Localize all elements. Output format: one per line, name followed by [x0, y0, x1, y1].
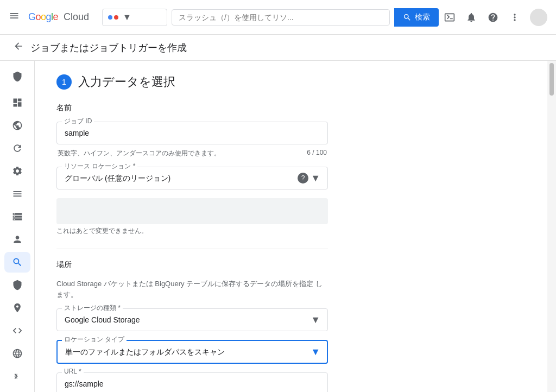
- sidebar-item-security[interactable]: [4, 275, 30, 295]
- user-avatar[interactable]: [530, 9, 547, 26]
- sidebar-item-storage[interactable]: [4, 206, 30, 227]
- job-id-hint-left: 英数字、ハイフン、アンダースコアのみ使用できます。: [58, 149, 220, 158]
- more-options-icon[interactable]: [508, 11, 521, 24]
- org-hint: これはあとで変更できません。: [56, 226, 328, 236]
- sidebar-item-code[interactable]: [4, 320, 30, 341]
- step-badge: 1: [56, 74, 72, 90]
- menu-icon[interactable]: [9, 10, 20, 24]
- storage-type-wrapper: ストレージの種類 * Google Cloud Storage BigQuery…: [56, 308, 328, 331]
- sidebar-item-explore[interactable]: [4, 115, 30, 136]
- search-button-label: 検索: [415, 12, 430, 22]
- job-id-hint: 英数字、ハイフン、アンダースコアのみ使用できます。 6 / 100: [56, 149, 328, 158]
- terminal-icon[interactable]: [443, 11, 456, 24]
- job-id-char-count: 6 / 100: [307, 149, 327, 158]
- url-field: URL *: [56, 372, 328, 392]
- job-id-input[interactable]: [56, 122, 328, 144]
- help-icon[interactable]: [486, 11, 500, 24]
- sidebar-collapse-button[interactable]: [4, 366, 30, 387]
- subheader: ジョブまたはジョブトリガーを作成: [0, 35, 556, 61]
- section-divider: [56, 249, 328, 249]
- org-input-blurred: [56, 198, 328, 224]
- job-id-label: ジョブ ID: [62, 117, 94, 126]
- url-input[interactable]: [56, 372, 328, 392]
- sidebar-item-dashboard[interactable]: [4, 92, 30, 113]
- back-button[interactable]: [13, 41, 24, 54]
- main-content: 1 入力データを選択 名前 ジョブ ID 英数字、ハイフン、アンダースコアのみ使…: [35, 61, 547, 392]
- topbar: Google Cloud ▼ 検索: [0, 0, 556, 35]
- sidebar-item-settings[interactable]: [4, 161, 30, 181]
- search-button[interactable]: 検索: [394, 8, 439, 27]
- sidebar-item-shield-top[interactable]: [4, 66, 30, 87]
- location-desc: Cloud Storage バケットまたは BigQuery テーブルに保存する…: [56, 279, 328, 300]
- storage-type-label: ストレージの種類 *: [62, 304, 123, 313]
- google-cloud-logo: Google Cloud: [28, 11, 89, 23]
- project-selector[interactable]: ▼: [102, 9, 167, 26]
- sidebar-item-location[interactable]: [4, 298, 30, 318]
- scrollbar[interactable]: [547, 61, 556, 392]
- step-header: 1 入力データを選択: [56, 74, 526, 90]
- sidebar: [0, 61, 35, 392]
- job-id-field: ジョブ ID: [56, 122, 328, 144]
- step-title: 入力データを選択: [78, 74, 175, 90]
- page-title: ジョブまたはジョブトリガーを作成: [30, 41, 187, 54]
- resource-location-help-icon[interactable]: ?: [298, 173, 308, 184]
- project-dropdown-arrow: ▼: [123, 12, 131, 22]
- sidebar-item-refresh[interactable]: [4, 138, 30, 159]
- sidebar-item-person[interactable]: [4, 229, 30, 250]
- location-type-label: ロケーション タイプ: [62, 335, 127, 344]
- sidebar-item-globe[interactable]: [4, 343, 30, 364]
- form-section: 名前 ジョブ ID 英数字、ハイフン、アンダースコアのみ使用できます。 6 / …: [56, 103, 328, 392]
- cloud-text: Cloud: [64, 11, 89, 23]
- search-input[interactable]: [179, 13, 383, 22]
- name-section-label: 名前: [56, 103, 328, 113]
- topbar-icons: [443, 9, 547, 26]
- resource-location-label: リソース ロケーション *: [62, 162, 137, 171]
- sidebar-item-list[interactable]: [4, 184, 30, 204]
- notifications-icon[interactable]: [465, 11, 478, 24]
- main-layout: 1 入力データを選択 名前 ジョブ ID 英数字、ハイフン、アンダースコアのみ使…: [0, 61, 556, 392]
- scrollbar-thumb[interactable]: [549, 63, 554, 96]
- location-section-label: 場所: [56, 260, 328, 270]
- search-bar: [172, 9, 390, 26]
- location-type-wrapper: ロケーション タイプ 単一のファイルまたはフォルダパスをスキャン バケット全体を…: [56, 340, 328, 364]
- sidebar-item-search-active[interactable]: [4, 252, 30, 273]
- resource-location-wrapper: リソース ロケーション * グローバル (任意のリージョン) ▼ ?: [56, 167, 328, 189]
- url-label: URL *: [62, 368, 84, 375]
